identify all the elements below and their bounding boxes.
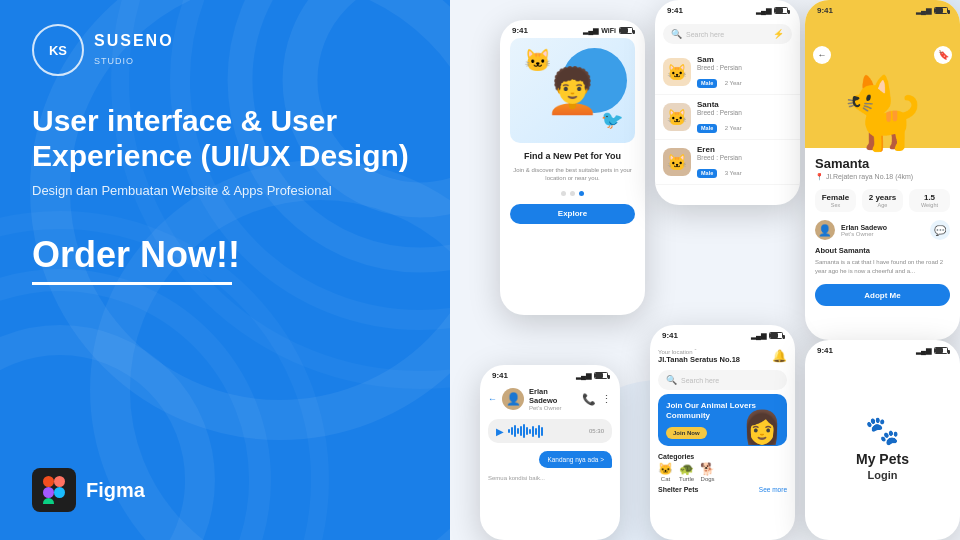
battery-3 bbox=[934, 7, 948, 14]
pet-list-item-2[interactable]: 🐱 Santa Breed : Persian Male 2 Year bbox=[655, 95, 800, 140]
notification-icon[interactable]: 🔔 bbox=[772, 349, 787, 363]
pet-badge-1: Male bbox=[697, 79, 717, 88]
status-icons-3: ▂▄▆ bbox=[916, 7, 948, 15]
phone-1-title: Find a New Pet for You bbox=[510, 151, 635, 162]
hero-section: KS SUSENO STUDIO User interface & User E… bbox=[0, 0, 450, 540]
battery-4 bbox=[594, 372, 608, 379]
phone-chat: 9:41 ▂▄▆ ← 👤 Erlan Sadewo Pet's Owner 📞 … bbox=[480, 365, 620, 540]
cat-label-3: Dogs bbox=[700, 476, 715, 482]
play-icon[interactable]: ▶ bbox=[496, 426, 504, 437]
studio-name: SUSENO bbox=[94, 32, 174, 50]
pet-list-item-3[interactable]: 🐱 Eren Breed : Persian Male 3 Year bbox=[655, 140, 800, 185]
dot-1 bbox=[561, 191, 566, 196]
home-search[interactable]: 🔍 Search here bbox=[658, 370, 787, 390]
caller-info: Erlan Sadewo Pet's Owner bbox=[529, 387, 577, 411]
status-bar-6: 9:41 ▂▄▆ bbox=[805, 340, 960, 358]
phone-pet-list: 9:41 ▂▄▆ 🔍 Search here ⚡ 🐱 Sam Breed : P… bbox=[655, 0, 800, 205]
back-chat-icon[interactable]: ← bbox=[488, 394, 497, 404]
wifi-icon: WiFi bbox=[601, 27, 616, 34]
logo-text: SUSENO STUDIO bbox=[94, 32, 174, 68]
category-dogs[interactable]: 🐕 Dogs bbox=[700, 462, 715, 482]
phone-1-illustration: 🧑‍🦱 🐱 🐦 bbox=[510, 38, 635, 143]
join-now-button[interactable]: Join Now bbox=[666, 427, 707, 439]
studio-sub: STUDIO bbox=[94, 56, 134, 66]
category-cat[interactable]: 🐱 Cat bbox=[658, 462, 673, 482]
stat-age: 2 years Age bbox=[862, 189, 903, 212]
figma-icon bbox=[32, 468, 76, 512]
owner-info: Erlan Sadewo Pet's Owner bbox=[841, 224, 924, 237]
signal-4: ▂▄▆ bbox=[576, 372, 591, 380]
status-icons-2: ▂▄▆ bbox=[756, 7, 788, 15]
dot-2 bbox=[570, 191, 575, 196]
bookmark-icon[interactable]: 🔖 bbox=[934, 46, 952, 64]
status-time-4: 9:41 bbox=[492, 371, 508, 380]
svg-rect-9 bbox=[43, 487, 54, 498]
svg-rect-8 bbox=[54, 476, 65, 487]
wave-bar bbox=[541, 427, 543, 436]
wave-bar bbox=[535, 428, 537, 435]
wave-bar bbox=[532, 426, 534, 437]
status-icons-1: ▂▄▆ WiFi bbox=[583, 27, 633, 35]
search-icon-2: 🔍 bbox=[671, 29, 682, 39]
phone-home: 9:41 ▂▄▆ Your location ˅ Jl.Tanah Seratu… bbox=[650, 325, 795, 540]
chat-header: ← 👤 Erlan Sadewo Pet's Owner 📞 ⋮ bbox=[480, 383, 620, 415]
signal-3: ▂▄▆ bbox=[916, 7, 931, 15]
pet-name-3: Eren bbox=[697, 145, 792, 154]
svg-rect-10 bbox=[43, 498, 54, 504]
voice-duration: 05:30 bbox=[589, 428, 604, 434]
underline-decoration bbox=[32, 282, 232, 285]
location-label: Your location ˅ bbox=[658, 348, 740, 355]
more-icon[interactable]: ⋮ bbox=[601, 393, 612, 406]
cat-icon-1: 🐱 bbox=[658, 462, 673, 476]
pet-stats: Female Sex 2 years Age 1.5 Weight bbox=[815, 189, 950, 212]
cat-icon-3: 🐕 bbox=[700, 462, 715, 476]
dot-3 bbox=[579, 191, 584, 196]
pet-list-item-1[interactable]: 🐱 Sam Breed : Persian Male 2 Year bbox=[655, 50, 800, 95]
see-more-link[interactable]: See more bbox=[759, 486, 787, 493]
pet-list-search[interactable]: 🔍 Search here ⚡ bbox=[663, 24, 792, 44]
chat-button[interactable]: 💬 bbox=[930, 220, 950, 240]
voice-message: ▶ 05:30 bbox=[488, 419, 612, 443]
search-placeholder-5: Search here bbox=[681, 377, 719, 384]
cta-text: Order Now!! bbox=[32, 234, 418, 276]
status-time-3: 9:41 bbox=[817, 6, 833, 15]
pet-avatar-2: 🐱 bbox=[663, 103, 691, 131]
about-label: About Samanta bbox=[815, 246, 950, 255]
location-row: Your location ˅ Jl.Tanah Seratus No.18 🔔 bbox=[650, 343, 795, 366]
mockups-section: 9:41 ▂▄▆ WiFi 🧑‍🦱 🐱 🐦 Find a New Pet for… bbox=[450, 0, 960, 540]
phone-pet-detail: 9:41 ▂▄▆ ← 🐈 🔖 Samanta 📍 Jl.Rejaten raya… bbox=[805, 0, 960, 340]
message-bubble: Kandang nya ada > bbox=[539, 451, 612, 468]
logo-area: KS SUSENO STUDIO bbox=[32, 24, 418, 76]
hero-subheadline: Design dan Pembuatan Website & Apps Prof… bbox=[32, 183, 418, 198]
phone-icon[interactable]: 📞 bbox=[582, 393, 596, 406]
shelter-row: Shelter Pets See more bbox=[650, 482, 795, 495]
cat-label-2: Turtle bbox=[679, 476, 694, 482]
status-time-1: 9:41 bbox=[512, 26, 528, 35]
status-bar-5: 9:41 ▂▄▆ bbox=[650, 325, 795, 343]
back-button[interactable]: ← bbox=[813, 46, 831, 64]
adopt-button[interactable]: Adopt Me bbox=[815, 284, 950, 306]
wave-bar bbox=[511, 427, 513, 435]
community-banner: Join Our Animal Lovers Community Join No… bbox=[658, 394, 787, 446]
status-time-6: 9:41 bbox=[817, 346, 833, 355]
signal-icon: ▂▄▆ bbox=[583, 27, 598, 35]
filter-icon: ⚡ bbox=[773, 29, 784, 39]
search-placeholder-2: Search here bbox=[686, 31, 765, 38]
pet-avatar-1: 🐱 bbox=[663, 58, 691, 86]
search-icon-5: 🔍 bbox=[666, 375, 677, 385]
pet-info-1: Sam Breed : Persian Male 2 Year bbox=[697, 55, 792, 89]
phone-login: 9:41 ▂▄▆ 🐾 My Pets Login bbox=[805, 340, 960, 540]
owner-avatar: 👤 bbox=[815, 220, 835, 240]
category-turtle[interactable]: 🐢 Turtle bbox=[679, 462, 694, 482]
pet-name-2: Santa bbox=[697, 100, 792, 109]
phone-1-body: 🧑‍🦱 🐱 🐦 Find a New Pet for You Join & di… bbox=[500, 38, 645, 224]
chat-messages: Kandang nya ada > bbox=[480, 447, 620, 472]
explore-button[interactable]: Explore bbox=[510, 204, 635, 224]
svg-rect-7 bbox=[43, 476, 54, 487]
pet-age-2: 2 Year bbox=[725, 125, 742, 131]
cat-label-1: Cat bbox=[658, 476, 673, 482]
status-bar-3: 9:41 ▂▄▆ bbox=[805, 0, 960, 18]
caller-avatar: 👤 bbox=[502, 388, 524, 410]
status-icons-4: ▂▄▆ bbox=[576, 372, 608, 380]
status-bar-1: 9:41 ▂▄▆ WiFi bbox=[500, 20, 645, 38]
